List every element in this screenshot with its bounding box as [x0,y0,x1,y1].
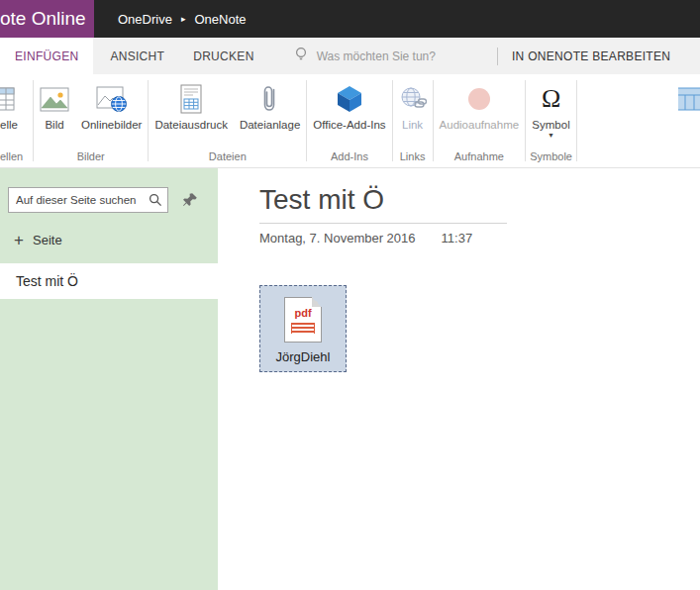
chevron-down-icon: ▼ [548,132,554,139]
ribbon-group-label: Add-Ins [307,148,391,167]
tell-me-box[interactable]: Was möchten Sie tun? [294,38,436,74]
ribbon-button-label: Dateiausdruck [154,119,228,131]
partial-blue-icon [678,83,700,115]
ribbon-group-aufnahme: Audioaufnahme Aufnahme [434,74,526,167]
ribbon-group-label: Dateien [149,148,306,167]
attachment-file-name: JörgDiehl [260,349,346,364]
symbol-button[interactable]: Ω Symbol ▼ [526,81,575,141]
picture-icon [40,83,69,115]
page-list: Test mit Ö [0,263,218,299]
file-printout-button[interactable]: Dateiausdruck [149,81,234,133]
app-brand[interactable]: ote Online [0,0,94,38]
tab-einfuegen[interactable]: EINFÜGEN [0,38,93,74]
ribbon-group-partial-right [678,74,700,167]
ribbon-group-label: Symbole [526,148,576,167]
ribbon-group-addins: Office-Add-Ins Add-Ins [307,74,391,167]
online-pictures-button[interactable]: Onlinebilder [75,81,148,133]
ribbon-button-label: Symbol [532,119,569,131]
breadcrumb-separator-icon: ▸ [181,14,186,24]
search-row [8,187,208,213]
ribbon-spacer [577,74,678,167]
page-list-item[interactable]: Test mit Ö [0,263,218,299]
ribbon-group-tabellen-partial: elle ellen [0,74,33,167]
top-bar: ote Online OneDrive ▸ OneNote [0,0,700,38]
ribbon-button-label: Link [402,119,423,131]
tell-me-placeholder: Was möchten Sie tun? [317,49,436,63]
page-title[interactable]: Test mit Ö [259,184,507,224]
lightbulb-icon [294,47,308,65]
pdf-stripes-decoration [291,323,315,334]
ribbon-button-label: elle [0,119,18,131]
file-attachment-object[interactable]: pdf JörgDiehl [259,285,347,372]
paperclip-icon [261,83,279,115]
ribbon-group-symbole: Ω Symbol ▼ Symbole [526,74,576,167]
pin-icon[interactable] [182,192,198,208]
breadcrumb-onedrive[interactable]: OneDrive [118,12,172,27]
page-date: Montag, 7. November 2016 [259,231,416,246]
office-addins-button[interactable]: Office-Add-Ins [307,81,391,133]
tabrow-divider [497,48,498,65]
edit-in-onenote-button[interactable]: IN ONENOTE BEARBEITEN [512,38,670,74]
addins-cube-icon [335,83,364,115]
page-datetime: Montag, 7. November 2016 11:37 [259,231,700,246]
ribbon-group-label: ellen [0,148,33,167]
page-canvas: Test mit Ö Montag, 7. November 2016 11:3… [218,168,700,590]
table-icon [0,83,15,115]
partial-ribbon-button[interactable] [678,81,700,117]
ribbon-group-links: Link Links [393,74,433,167]
breadcrumb-onenote[interactable]: OneNote [194,12,246,27]
ribbon-group-dateien: Dateiausdruck Dateianlage Dateien [149,74,306,167]
pdf-file-icon: pdf [284,297,322,343]
content-area: + Seite Test mit Ö Test mit Ö Montag, 7.… [0,168,700,590]
audio-recording-button[interactable]: Audioaufnahme [434,81,526,133]
tab-ansicht[interactable]: ANSICHT [98,38,176,74]
omega-icon: Ω [542,83,560,115]
ribbon-button-label: Office-Add-Ins [313,119,385,131]
tab-drucken[interactable]: DRUCKEN [181,38,265,74]
plus-icon: + [14,232,33,248]
search-input[interactable] [9,194,144,206]
ribbon-group-bilder: Bild Onlinebilder Bilder [34,74,148,167]
page-fold-icon [312,297,322,307]
ribbon-button-label: Onlinebilder [81,119,142,131]
ribbon: elle ellen Bild Onlinebilder Bilder [0,74,700,168]
ribbon-button-label: Audioaufnahme [440,119,520,131]
globe-link-icon [399,83,427,115]
page-time: 11:37 [442,231,473,246]
ribbon-group-label: Aufnahme [434,148,526,167]
table-button[interactable]: elle [0,81,18,133]
file-attachment-button[interactable]: Dateianlage [234,81,306,133]
ribbon-group-label: Links [393,148,433,167]
add-page-label: Seite [33,233,62,247]
ribbon-button-label: Bild [45,119,63,131]
page-search-box [8,187,168,213]
search-icon[interactable] [144,188,167,212]
add-page-button[interactable]: + Seite [0,225,218,254]
audio-record-icon [466,83,492,115]
link-button[interactable]: Link [393,81,433,133]
ribbon-group-label: Bilder [34,148,148,167]
page-list-sidebar: + Seite Test mit Ö [0,168,218,590]
pdf-label: pdf [285,307,321,319]
ribbon-tab-row: EINFÜGEN ANSICHT DRUCKEN Was möchten Sie… [0,38,700,74]
online-pictures-icon [96,83,128,115]
ribbon-button-label: Dateianlage [240,119,300,131]
insert-picture-button[interactable]: Bild [34,81,75,133]
breadcrumb: OneDrive ▸ OneNote [118,0,247,38]
file-printout-icon [179,83,203,115]
